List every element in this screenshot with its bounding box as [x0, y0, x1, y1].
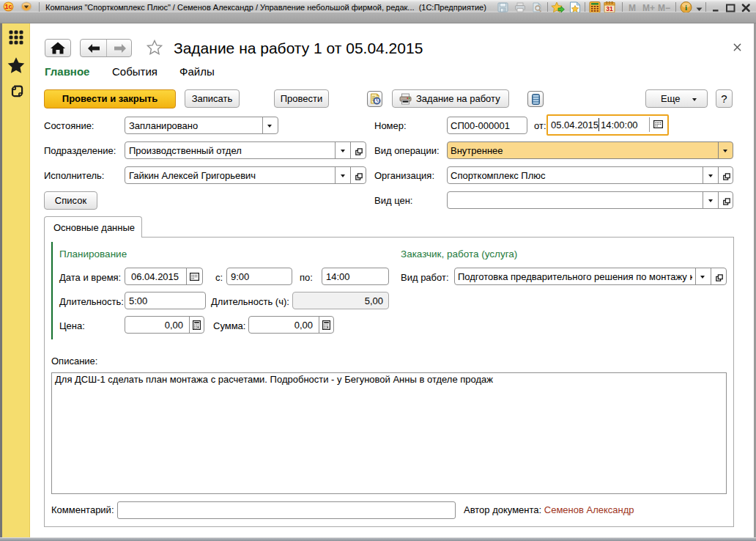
svg-text:1с: 1с	[4, 3, 12, 10]
svg-text:i: i	[685, 3, 687, 12]
svg-text:31: 31	[606, 5, 613, 12]
